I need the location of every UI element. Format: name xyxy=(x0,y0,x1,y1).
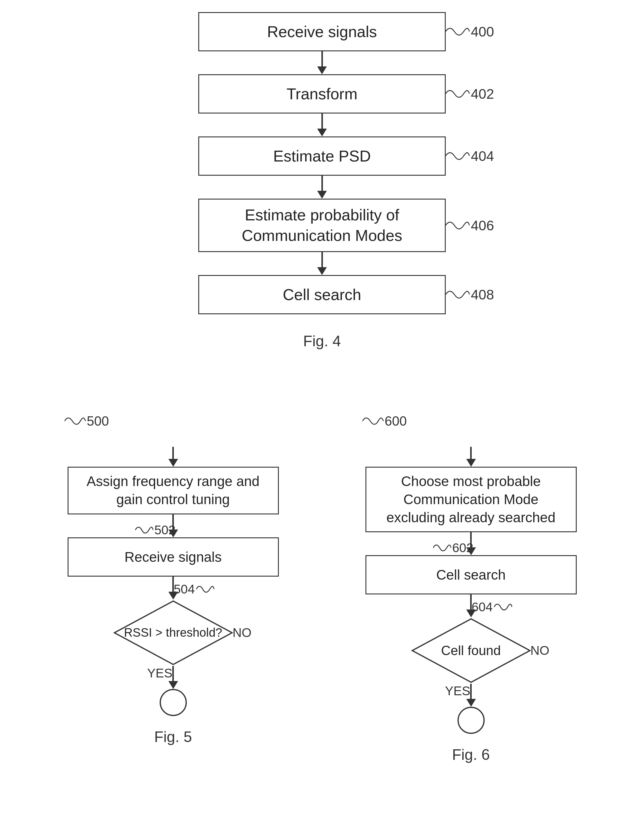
ref-num-600: 600 xyxy=(385,414,407,429)
box-500: 500 Assign frequency range andgain contr… xyxy=(67,432,279,514)
ref-406: 406 xyxy=(445,217,494,234)
no-label-604: NO xyxy=(531,643,549,658)
box-408: Cell search 408 xyxy=(198,275,446,314)
no-label-504: NO xyxy=(233,626,252,640)
ref-num-500: 500 xyxy=(87,414,109,429)
ref-502-group: 502 xyxy=(135,523,176,537)
box-406-label: Estimate probability ofCommunication Mod… xyxy=(242,205,402,246)
ref-404: 404 xyxy=(445,148,494,164)
page: { "fig4": { "title": "Fig. 4", "boxes": … xyxy=(0,0,644,816)
ref-num-408: 408 xyxy=(471,287,494,303)
box-402-label: Transform xyxy=(287,85,357,103)
box-502-label: Receive signals xyxy=(124,549,221,565)
fig5-container: 500 Assign frequency range andgain contr… xyxy=(37,432,309,764)
box-600-label: Choose most probableCommunication Modeex… xyxy=(386,472,555,526)
squiggle-402 xyxy=(445,88,469,100)
squiggle-408 xyxy=(445,288,469,301)
box-602-label: Cell search xyxy=(436,567,506,583)
yes-label-604: YES xyxy=(445,684,471,698)
diamond-504-label: RSSI > threshold? xyxy=(124,626,222,640)
ref-402: 402 xyxy=(445,86,494,102)
diamond-604-label: Cell found xyxy=(441,643,501,658)
arrow-4 xyxy=(317,252,327,275)
squiggle-504 xyxy=(196,584,214,594)
squiggle-602 xyxy=(433,543,451,553)
ref-num-404: 404 xyxy=(471,148,494,164)
ref-504-group: 504 xyxy=(173,582,214,597)
box-406: Estimate probability ofCommunication Mod… xyxy=(198,199,446,252)
squiggle-404 xyxy=(445,150,469,162)
arrow-602-604: 604 xyxy=(466,594,476,617)
ref-num-604: 604 xyxy=(471,600,492,614)
ref-num-402: 402 xyxy=(471,86,494,102)
arrow-600-602: 602 xyxy=(466,532,476,555)
diamond-604: Cell found NO xyxy=(411,617,531,684)
bottom-section: 500 Assign frequency range andgain contr… xyxy=(0,432,644,764)
fig6-container: 600 Choose most probableCommunication Mo… xyxy=(335,432,607,764)
squiggle-502 xyxy=(135,525,153,535)
box-600: 600 Choose most probableCommunication Mo… xyxy=(365,432,577,532)
ref-600: 600 xyxy=(362,414,407,429)
ref-500: 500 xyxy=(64,414,109,429)
box-400: Receive signals 400 xyxy=(198,12,446,51)
ref-400: 400 xyxy=(445,23,494,40)
arrow-yes-604: YES xyxy=(466,684,476,707)
squiggle-400 xyxy=(445,26,469,38)
box-502: Receive signals xyxy=(67,537,279,577)
fig4-flowchart: Receive signals 400 Transform 402 xyxy=(0,9,644,350)
arrow-1 xyxy=(317,51,327,74)
ref-num-504: 504 xyxy=(173,582,195,597)
ref-604-group: 604 xyxy=(471,600,512,614)
squiggle-600 xyxy=(362,416,383,426)
terminal-circle-5 xyxy=(159,689,187,716)
terminal-circle-6 xyxy=(457,707,485,734)
arrow-yes-504: YES xyxy=(169,666,178,689)
box-500-label: Assign frequency range andgain control t… xyxy=(87,472,259,509)
arrow-2 xyxy=(317,114,327,137)
diamond-504: RSSI > threshold? NO xyxy=(113,600,233,666)
ref-num-502: 502 xyxy=(155,523,176,537)
yes-label-504: YES xyxy=(147,666,173,681)
ref-num-406: 406 xyxy=(471,217,494,234)
fig6-caption: Fig. 6 xyxy=(452,746,490,764)
squiggle-406 xyxy=(445,219,469,232)
box-404-label: Estimate PSD xyxy=(273,147,371,165)
ref-num-400: 400 xyxy=(471,23,494,40)
squiggle-604 xyxy=(494,602,512,612)
box-400-label: Receive signals xyxy=(267,23,377,41)
arrow-502-504: 504 xyxy=(169,577,178,600)
ref-602-group: 602 xyxy=(433,541,474,555)
ref-num-602: 602 xyxy=(452,541,474,555)
box-602: Cell search xyxy=(365,555,577,594)
box-408-label: Cell search xyxy=(283,285,361,304)
squiggle-500 xyxy=(64,416,86,426)
arrow-500-502: 502 xyxy=(169,514,178,537)
box-402: Transform 402 xyxy=(198,74,446,114)
fig4-caption: Fig. 4 xyxy=(303,332,341,350)
fig5-caption: Fig. 5 xyxy=(154,728,192,745)
arrow-3 xyxy=(317,176,327,199)
ref-408: 408 xyxy=(445,287,494,303)
box-404: Estimate PSD 404 xyxy=(198,137,446,176)
